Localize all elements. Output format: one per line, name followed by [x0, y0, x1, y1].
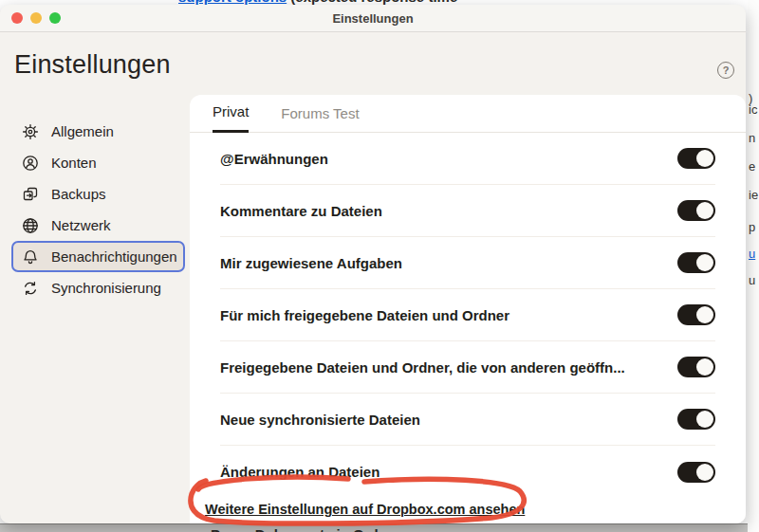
toggle-von-anderen-geoeffnet[interactable] [677, 357, 715, 377]
toggle-freigegeben-fuer-mich[interactable] [677, 304, 715, 325]
tab-forums-test[interactable]: Forums Test [281, 105, 359, 132]
sidebar-item-synchronisierung[interactable]: Synchronisierung [11, 272, 185, 303]
row-aenderungen: Änderungen an Dateien [220, 446, 715, 498]
sidebar-item-backups[interactable]: Backups [11, 178, 185, 210]
sidebar-item-netzwerk[interactable]: Netzwerk [11, 210, 185, 241]
toggle-knob [696, 411, 713, 428]
toggle-knob [696, 306, 713, 323]
gear-icon [22, 123, 39, 140]
window-title: Einstellungen [0, 11, 746, 26]
row-kommentare: Kommentare zu Dateien [220, 185, 715, 237]
user-circle-icon [22, 155, 39, 172]
sidebar-item-label: Synchronisierung [51, 280, 161, 296]
sidebar-item-label: Allgemein [51, 123, 114, 139]
background-page-bottom: Paper-Dokumente in Ordnern [0, 523, 759, 532]
sidebar-item-benachrichtigungen[interactable]: Benachrichtigungen [11, 241, 185, 272]
text-fragment: ie [749, 188, 758, 202]
row-erwaehnungen: @Erwähnungen [220, 133, 715, 185]
backup-icon [22, 186, 39, 203]
toggle-knob [696, 202, 713, 219]
bell-icon [22, 248, 39, 266]
sidebar-item-label: Backups [51, 186, 106, 202]
row-aufgaben: Mir zugewiesene Aufgaben [220, 237, 715, 289]
text-fragment: ic [749, 102, 757, 117]
titlebar[interactable]: Einstellungen [0, 5, 746, 32]
toggle-knob [696, 254, 713, 271]
toggle-kommentare[interactable] [677, 200, 715, 221]
sync-icon [22, 280, 39, 297]
help-icon[interactable]: ? [717, 62, 734, 79]
text-fragment: u [749, 273, 755, 287]
globe-icon [22, 217, 39, 234]
sidebar-item-label: Netzwerk [51, 217, 111, 233]
toggle-rows: @Erwähnungen Kommentare zu Dateien Mir z… [190, 133, 746, 498]
toggle-aenderungen[interactable] [677, 462, 715, 483]
sidebar: Allgemein Konten Backups Netzwerk [11, 116, 185, 303]
toggle-knob [696, 150, 713, 167]
row-synchronisierte-dateien: Neue synchronisierte Dateien [220, 394, 715, 446]
text-fragment: n [749, 131, 755, 145]
toggle-erwaehnungen[interactable] [677, 148, 715, 169]
background-page-right: ) ic n e ie p u u [748, 0, 759, 532]
row-freigegeben-fuer-mich: Für mich freigegebene Dateien und Ordner [220, 289, 715, 341]
notifications-panel: Privat Forums Test @Erwähnungen Kommenta… [190, 95, 746, 523]
sidebar-item-allgemein[interactable]: Allgemein [11, 116, 185, 147]
toggle-aufgaben[interactable] [677, 252, 715, 273]
toggle-synchronisierte-dateien[interactable] [677, 409, 715, 430]
dropbox-com-settings-link[interactable]: Weitere Einstellungen auf Dropbox.com an… [205, 502, 525, 517]
background-bottom-text: Paper-Dokumente in Ordnern [211, 526, 409, 532]
row-von-anderen-geoeffnet: Freigegebene Dateien und Ordner, die von… [220, 341, 715, 394]
tab-bar: Privat Forums Test [190, 95, 746, 133]
sidebar-item-label: Konten [51, 155, 97, 171]
sidebar-item-label: Benachrichtigungen [51, 248, 177, 265]
text-fragment: u [749, 247, 755, 261]
tab-privat[interactable]: Privat [213, 103, 249, 133]
toggle-knob [696, 358, 713, 376]
toggle-knob [696, 464, 713, 481]
text-fragment: p [749, 220, 755, 234]
sidebar-item-konten[interactable]: Konten [11, 147, 185, 178]
page-title: Einstellungen [14, 50, 171, 80]
text-fragment: e [749, 159, 755, 174]
settings-window: Einstellungen Einstellungen ? Allgemein … [0, 5, 746, 523]
